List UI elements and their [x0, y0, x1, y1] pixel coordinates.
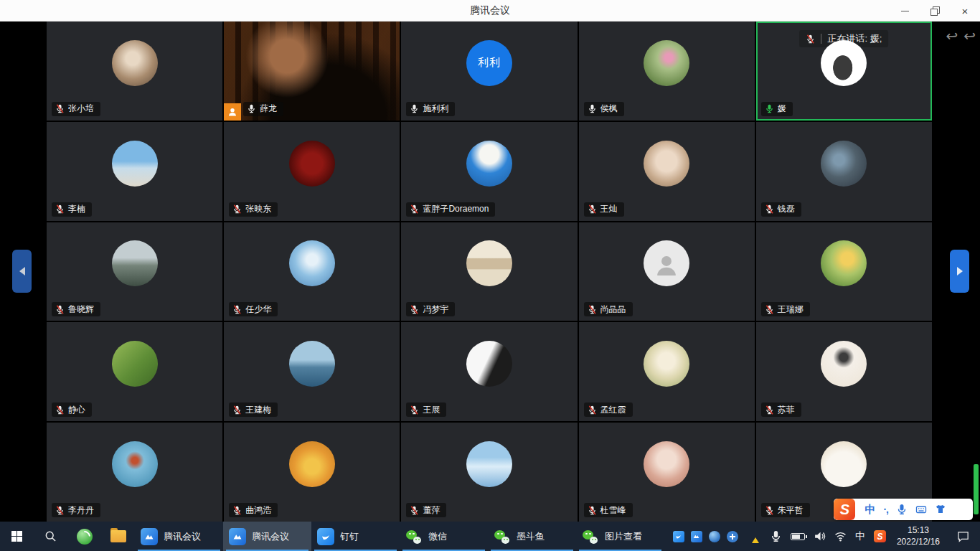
next-page-button[interactable] [950, 250, 969, 293]
mic-muted-icon [232, 506, 242, 515]
participant-name: 任少华 [245, 303, 271, 316]
mic-muted-icon [588, 506, 597, 515]
participant-tile[interactable]: 静心 [47, 322, 222, 421]
participant-tile[interactable]: 张小培 [47, 22, 222, 121]
volume-icon[interactable] [814, 530, 826, 542]
tray-browser-icon[interactable] [709, 531, 720, 542]
sogou-logo-icon[interactable]: S [834, 499, 855, 520]
tray-tencent-meeting-icon[interactable] [691, 531, 702, 542]
mic-muted-icon [806, 34, 815, 44]
tray-plus-icon[interactable] [727, 531, 738, 542]
avatar [644, 141, 689, 187]
participant-label: 蓝胖子Doraemon [406, 202, 495, 217]
participant-tile[interactable]: 侯枫 [579, 22, 755, 121]
participant-label: 张映东 [229, 202, 278, 217]
participant-name: 薛龙 [260, 103, 277, 115]
mic-muted-icon [55, 405, 65, 415]
participant-tile[interactable]: 王建梅 [224, 322, 400, 421]
tray-security-shield-icon[interactable] [745, 530, 758, 542]
ime-mode-toggle[interactable]: 中 [864, 503, 875, 517]
punctuation-toggle[interactable]: ·, [883, 504, 888, 515]
participant-tile[interactable]: 苏菲 [756, 322, 932, 421]
participant-tile[interactable]: 冯梦宇 [401, 222, 577, 321]
mic-muted-icon [765, 305, 774, 314]
skin-shirt-icon[interactable] [935, 504, 946, 515]
participant-tile[interactable]: 李丹丹 [47, 423, 222, 522]
participant-tile-video[interactable]: 薛龙 [224, 22, 400, 121]
mic-muted-icon [588, 305, 597, 314]
window-controls: × [890, 0, 980, 22]
restore-button[interactable] [920, 0, 950, 22]
taskbar-app-tencent-meeting-active[interactable]: 腾讯会议 [223, 522, 311, 551]
notification-bubble-icon [956, 529, 970, 543]
divider [821, 34, 821, 44]
prev-page-button[interactable] [12, 250, 32, 293]
tray-dingtalk-icon[interactable] [673, 531, 684, 542]
participant-tile[interactable]: 孟红霞 [579, 322, 755, 421]
participant-tile[interactable]: 任少华 [224, 222, 400, 321]
wechat-icon [494, 528, 511, 545]
browser-360-button[interactable] [67, 522, 101, 551]
taskbar-app-tencent-meeting[interactable]: 腾讯会议 [135, 522, 223, 551]
participant-name: 媛 [778, 103, 786, 115]
tray-sogou-icon[interactable]: S [874, 530, 886, 542]
taskbar-app-label: 微信 [428, 530, 447, 543]
participant-tile-speaking[interactable]: 正在讲话: 媛; 媛 [756, 22, 932, 121]
clock-date: 2022/12/16 [897, 537, 940, 548]
participant-tile[interactable]: 王瑞娜 [756, 222, 932, 321]
taskbar-app-wechat[interactable]: 微信 [400, 522, 488, 551]
participant-name: 王灿 [600, 203, 618, 215]
participant-tile[interactable]: 利利 施利利 [401, 22, 577, 121]
taskbar-app-label: 墨斗鱼 [517, 530, 545, 543]
avatar [821, 40, 867, 86]
mic-muted-icon [765, 506, 774, 515]
wifi-icon[interactable] [834, 530, 847, 542]
mic-muted-icon [410, 204, 419, 214]
participant-name: 侯枫 [600, 103, 618, 115]
ime-indicator[interactable]: 中 [855, 530, 865, 543]
close-button[interactable]: × [950, 0, 980, 22]
minimize-button[interactable] [890, 0, 920, 22]
taskbar-app-label: 图片查看 [605, 530, 642, 543]
participant-tile[interactable]: 张映东 [224, 122, 400, 221]
taskbar-clock[interactable]: 15:13 2022/12/16 [892, 525, 944, 547]
participant-tile[interactable]: 曲鸿浩 [224, 423, 400, 522]
mic-muted-icon [588, 204, 597, 214]
tray-microphone-icon[interactable] [770, 530, 782, 542]
participant-tile[interactable]: 董萍 [401, 423, 577, 522]
battery-icon[interactable] [791, 533, 805, 540]
participant-name: 曲鸿浩 [245, 504, 271, 517]
participant-tile[interactable]: 李楠 [47, 122, 222, 221]
voice-input-icon[interactable] [896, 504, 908, 515]
participant-tile[interactable]: 王展 [401, 322, 577, 421]
participant-label: 张小培 [52, 102, 100, 116]
avatar [466, 441, 512, 487]
close-icon: × [962, 6, 969, 17]
mic-muted-icon [232, 204, 242, 214]
minimize-icon [901, 11, 909, 11]
undo-arrow-icon[interactable]: ↩ [946, 29, 958, 43]
mic-on-icon [247, 104, 256, 113]
restore-icon [930, 6, 939, 15]
participant-tile[interactable]: 王灿 [579, 122, 755, 221]
file-explorer-button[interactable] [101, 522, 135, 551]
taskbar-app-image-viewer[interactable]: 图片查看 [576, 522, 664, 551]
participant-tile[interactable]: 尚晶晶 [579, 222, 755, 321]
taskbar-app-modouyu[interactable]: 墨斗鱼 [488, 522, 576, 551]
participant-label: 鲁晓辉 [52, 302, 100, 316]
taskbar-app-dingtalk[interactable]: 钉钉 [311, 522, 400, 551]
participant-name: 王建梅 [245, 404, 271, 416]
avatar [112, 341, 158, 387]
toolbox-grid-icon[interactable] [954, 504, 964, 514]
start-button[interactable] [0, 522, 34, 551]
participant-tile[interactable]: 蓝胖子Doraemon [401, 122, 577, 221]
soft-keyboard-icon[interactable] [915, 504, 927, 515]
undo-arrow-icon[interactable]: ↩ [963, 29, 976, 43]
taskbar-search-button[interactable] [34, 522, 67, 551]
participant-tile[interactable]: 鲁晓辉 [47, 222, 222, 321]
avatar [466, 141, 512, 187]
participant-tile[interactable]: 杜雪峰 [579, 423, 755, 522]
participant-tile[interactable]: 钱磊 [756, 122, 932, 221]
action-center-button[interactable] [951, 529, 976, 543]
participant-label: 媛 [761, 102, 793, 116]
